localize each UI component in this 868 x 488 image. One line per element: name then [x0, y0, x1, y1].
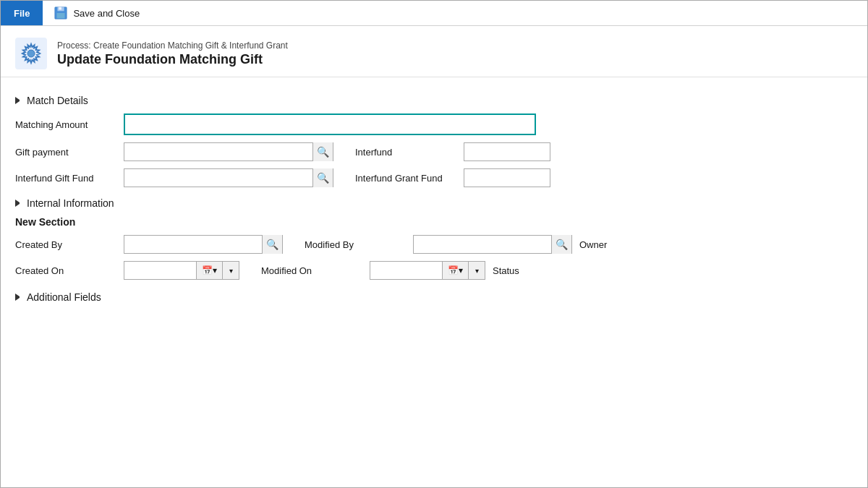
status-label: Status [493, 265, 536, 276]
page-title: Update Foundation Matching Gift [57, 52, 288, 67]
matching-amount-label: Matching Amount [15, 119, 116, 130]
matching-amount-row: Matching Amount [15, 114, 853, 135]
modified-by-group: Modified By 🔍 Owner [305, 235, 623, 254]
match-details-toggle[interactable] [15, 97, 22, 104]
internal-info-section-header: Internal Information [15, 197, 853, 209]
gift-payment-search-icon: 🔍 [317, 146, 329, 158]
match-details-label: Match Details [27, 95, 88, 106]
gift-payment-lookup-button[interactable]: 🔍 [312, 142, 333, 161]
additional-fields-toggle[interactable] [15, 294, 22, 301]
new-section-title: New Section [15, 216, 853, 228]
interfund-grant-fund-label: Interfund Grant Fund [355, 173, 456, 184]
gift-payment-label: Gift payment [15, 147, 116, 158]
gift-payment-row: Gift payment 🔍 Interfund [15, 142, 853, 161]
created-by-lookup: 🔍 [124, 235, 283, 254]
matching-amount-input[interactable] [124, 114, 536, 135]
created-on-chevron-icon: ▾ [229, 267, 233, 275]
save-close-label: Save and Close [73, 8, 140, 19]
created-on-date-input[interactable] [124, 261, 196, 280]
svg-rect-2 [57, 13, 65, 18]
interfund-group: Interfund [355, 142, 550, 161]
modified-by-search-icon: 🔍 [556, 239, 568, 250]
owner-label: Owner [579, 239, 623, 250]
modified-on-calendar-button[interactable]: 📅▾ [442, 261, 468, 280]
created-by-label: Created By [15, 239, 116, 250]
modified-on-chevron-icon: ▾ [475, 267, 479, 275]
modified-on-label: Modified On [261, 265, 362, 276]
gear-icon [20, 42, 43, 65]
interfund-gift-fund-label: Interfund Gift Fund [15, 173, 116, 184]
interfund-input[interactable] [464, 142, 550, 161]
gift-payment-lookup: 🔍 [124, 142, 333, 161]
created-by-row: Created By 🔍 Modified By 🔍 Owner [15, 235, 853, 254]
modified-on-group: Modified On 📅▾ ▾ Status [261, 261, 536, 280]
interfund-gift-fund-row: Interfund Gift Fund 🔍 Interfund Grant Fu… [15, 168, 853, 187]
modified-on-date-input[interactable] [370, 261, 442, 280]
gift-payment-input[interactable] [124, 143, 312, 160]
created-on-date-group: 📅▾ ▾ [124, 261, 239, 280]
created-on-label: Created On [15, 265, 116, 276]
interfund-grant-fund-input[interactable] [464, 168, 550, 187]
interfund-label: Interfund [355, 147, 456, 158]
match-details-section-header: Match Details [15, 95, 853, 106]
interfund-grant-fund-group: Interfund Grant Fund [355, 168, 550, 187]
interfund-gift-fund-lookup-button[interactable]: 🔍 [312, 168, 333, 187]
modified-by-lookup: 🔍 [413, 235, 572, 254]
created-by-search-icon: 🔍 [266, 239, 278, 250]
modified-on-date-group: 📅▾ ▾ [370, 261, 485, 280]
page-icon [15, 38, 47, 69]
created-on-calendar-button[interactable]: 📅▾ [196, 261, 222, 280]
save-icon [53, 5, 69, 21]
created-by-lookup-button[interactable]: 🔍 [262, 235, 282, 254]
modified-by-lookup-button[interactable]: 🔍 [551, 235, 571, 254]
created-on-calendar-icon: 📅▾ [202, 265, 217, 275]
additional-fields-label: Additional Fields [27, 291, 101, 303]
modified-on-dropdown-button[interactable]: ▾ [468, 261, 485, 280]
svg-rect-3 [59, 7, 62, 10]
modified-on-calendar-icon: 📅▾ [448, 265, 463, 275]
created-on-row: Created On 📅▾ ▾ Modified On 📅▾ ▾ Status [15, 261, 853, 280]
modified-by-input[interactable] [414, 236, 551, 253]
header-texts: Process: Create Foundation Matching Gift… [57, 40, 288, 67]
page-header: Process: Create Foundation Matching Gift… [1, 26, 867, 77]
interfund-gift-fund-lookup: 🔍 [124, 168, 333, 187]
internal-info-toggle[interactable] [15, 200, 22, 207]
created-on-dropdown-button[interactable]: ▾ [222, 261, 239, 280]
ribbon: File Save and Close [1, 1, 867, 26]
process-label: Process: Create Foundation Matching Gift… [57, 40, 288, 51]
content-area: Match Details Matching Amount Gift payme… [1, 77, 867, 310]
modified-by-label: Modified By [305, 239, 406, 250]
internal-info-label: Internal Information [27, 197, 114, 209]
created-by-input[interactable] [124, 236, 262, 253]
file-menu-button[interactable]: File [1, 1, 43, 25]
svg-point-4 [27, 50, 35, 57]
save-close-button[interactable]: Save and Close [43, 1, 150, 25]
interfund-gift-fund-search-icon: 🔍 [317, 172, 329, 184]
interfund-gift-fund-input[interactable] [124, 169, 312, 187]
additional-fields-section-header: Additional Fields [15, 291, 853, 303]
